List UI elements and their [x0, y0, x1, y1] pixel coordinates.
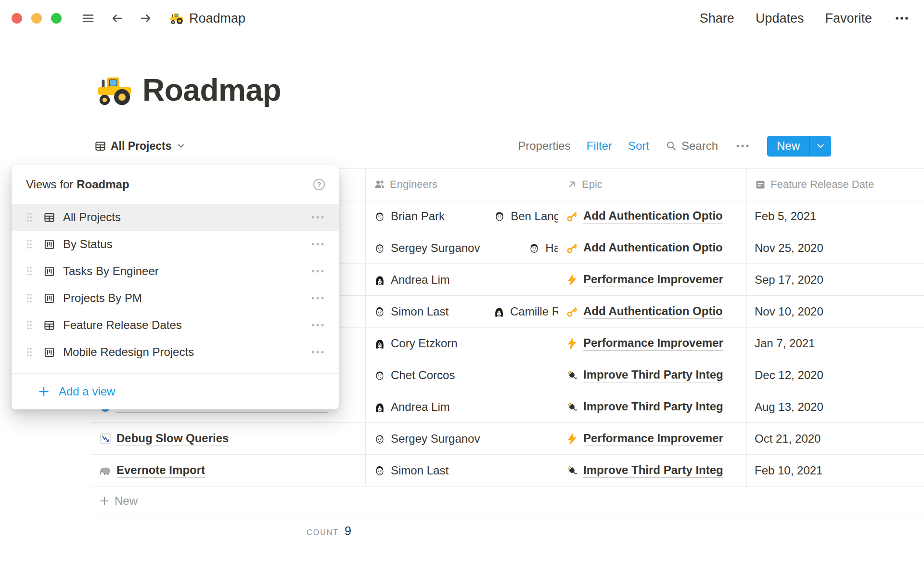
date-value: Sep 17, 2020	[755, 273, 823, 287]
engineer-name: Ben Lang	[511, 210, 558, 223]
topbar-doc-breadcrumb[interactable]: Roadmap	[169, 11, 245, 26]
epic-link[interactable]: Performance Improvemer	[583, 432, 723, 446]
sidebar-toggle-icon[interactable]	[81, 11, 95, 26]
zoom-window-button[interactable]	[51, 13, 62, 24]
engineers-cell[interactable]: Sergey Surganov Ha	[366, 232, 558, 264]
view-item-more-icon[interactable]	[309, 211, 326, 223]
engineers-cell[interactable]: Andrea Lim	[366, 264, 558, 296]
filter-button[interactable]: Filter	[587, 139, 612, 153]
view-item-more-icon[interactable]	[309, 319, 326, 331]
view-item-more-icon[interactable]	[309, 346, 326, 358]
view-item-by-status[interactable]: By Status	[12, 231, 339, 258]
drag-handle-icon[interactable]	[26, 293, 33, 303]
view-item-mobile-redesign-projects[interactable]: Mobile Redesign Projects	[12, 339, 339, 366]
epic-link[interactable]: Add Authentication Optio	[583, 304, 723, 319]
count-footer[interactable]: COUNT 9	[91, 524, 351, 538]
engineers-cell[interactable]: Chet Corcos	[366, 359, 558, 391]
page-link[interactable]: Debug Slow Queries	[116, 432, 229, 446]
engineer: Camille R	[493, 305, 558, 318]
add-row-button[interactable]: New	[91, 486, 924, 515]
epic-cell[interactable]: Add Authentication Optio	[558, 296, 747, 328]
date-cell[interactable]: Aug 13, 2020	[747, 391, 924, 423]
epic-link[interactable]: Improve Third Party Integ	[583, 368, 723, 382]
database-toolbar: All Projects Properties Filter Sort Sear…	[94, 135, 831, 157]
date-cell[interactable]: Feb 10, 2021	[747, 455, 924, 486]
properties-button[interactable]: Properties	[518, 139, 570, 153]
view-item-all-projects[interactable]: All Projects	[12, 204, 339, 231]
view-item-projects-by-pm[interactable]: Projects By PM	[12, 285, 339, 312]
epic-link[interactable]: Add Authentication Optio	[583, 209, 723, 223]
epic-cell[interactable]: Performance Improvemer	[558, 328, 747, 359]
view-selector[interactable]: All Projects	[94, 140, 186, 153]
name-cell[interactable]: Evernote Import	[91, 455, 366, 486]
share-button[interactable]: Share	[700, 11, 734, 26]
updates-button[interactable]: Updates	[756, 11, 804, 26]
epic-cell[interactable]: Improve Third Party Integ	[558, 359, 747, 391]
date-cell[interactable]: Nov 10, 2020	[747, 296, 924, 328]
view-item-tasks-by-engineer[interactable]: Tasks By Engineer	[12, 258, 339, 285]
epic-link[interactable]: Improve Third Party Integ	[583, 400, 723, 414]
new-button-group: New	[767, 136, 831, 157]
date-cell[interactable]: Nov 25, 2020	[747, 232, 924, 264]
engineers-cell[interactable]: Cory Etzkorn	[366, 328, 558, 359]
engineer: Ha	[528, 241, 558, 255]
column-header-epic[interactable]: Epic	[558, 169, 747, 200]
doc-title-text: Roadmap	[189, 11, 245, 26]
view-item-more-icon[interactable]	[309, 238, 326, 250]
date-cell[interactable]: Oct 21, 2020	[747, 423, 924, 455]
plus-icon	[99, 496, 110, 506]
engineers-cell[interactable]: Andrea Lim	[366, 391, 558, 423]
engineers-cell[interactable]: Brian Park Ben Lang	[366, 200, 558, 232]
epic-link[interactable]: Performance Improvemer	[583, 336, 723, 351]
new-button-chevron[interactable]	[810, 136, 831, 157]
page-link[interactable]: Evernote Import	[116, 463, 205, 478]
date-cell[interactable]: Feb 5, 2021	[747, 200, 924, 232]
engineers-cell[interactable]: Simon Last	[366, 455, 558, 486]
minimize-window-button[interactable]	[31, 13, 42, 24]
favorite-button[interactable]: Favorite	[825, 11, 872, 26]
page-tractor-icon[interactable]	[95, 71, 133, 109]
avatar	[373, 433, 386, 445]
column-header-date[interactable]: Feature Release Date	[747, 169, 924, 200]
help-icon[interactable]: ?	[312, 177, 326, 192]
close-window-button[interactable]	[12, 13, 22, 24]
date-cell[interactable]: Sep 17, 2020	[747, 264, 924, 296]
drag-handle-icon[interactable]	[26, 347, 33, 357]
epic-cell[interactable]: Add Authentication Optio	[558, 200, 747, 232]
epic-link[interactable]: Add Authentication Optio	[583, 241, 723, 255]
engineer-name: Andrea Lim	[391, 273, 450, 287]
drag-handle-icon[interactable]	[26, 239, 33, 250]
engineers-cell[interactable]: Sergey Surganov	[366, 423, 558, 455]
view-item-feature-release-dates[interactable]: Feature Release Dates	[12, 312, 339, 339]
epic-cell[interactable]: Performance Improvemer	[558, 423, 747, 455]
date-cell[interactable]: Jan 7, 2021	[747, 328, 924, 359]
toolbar-more-icon[interactable]	[734, 140, 751, 152]
forward-icon[interactable]	[139, 11, 153, 26]
search-button[interactable]: Search	[665, 139, 718, 153]
date-cell[interactable]: Dec 12, 2020	[747, 359, 924, 391]
epic-link[interactable]: Performance Improvemer	[583, 273, 723, 287]
people-icon	[373, 178, 385, 190]
new-button[interactable]: New	[767, 136, 809, 157]
epic-link[interactable]: Improve Third Party Integ	[583, 463, 723, 478]
sort-button[interactable]: Sort	[628, 139, 649, 153]
drag-handle-icon[interactable]	[26, 212, 33, 223]
epic-cell[interactable]: Performance Improvemer	[558, 264, 747, 296]
back-icon[interactable]	[110, 11, 124, 26]
engineers-cell[interactable]: Simon Last Camille R	[366, 296, 558, 328]
view-item-label: Mobile Redesign Projects	[63, 345, 194, 359]
epic-cell[interactable]: Improve Third Party Integ	[558, 391, 747, 423]
column-header-engineers[interactable]: Engineers	[366, 169, 558, 200]
view-item-more-icon[interactable]	[309, 292, 326, 304]
view-item-more-icon[interactable]	[309, 265, 326, 277]
add-view-button[interactable]: Add a view	[12, 374, 339, 409]
epic-cell[interactable]: Improve Third Party Integ	[558, 455, 747, 486]
drag-handle-icon[interactable]	[26, 266, 33, 276]
drag-handle-icon[interactable]	[26, 320, 33, 330]
engineer-name: Andrea Lim	[391, 400, 450, 414]
name-cell[interactable]: Debug Slow Queries	[91, 423, 366, 455]
epic-cell[interactable]: Add Authentication Optio	[558, 232, 747, 264]
window-more-icon[interactable]	[893, 13, 911, 24]
traffic-lights	[12, 13, 62, 24]
page-title[interactable]: Roadmap	[142, 72, 281, 108]
